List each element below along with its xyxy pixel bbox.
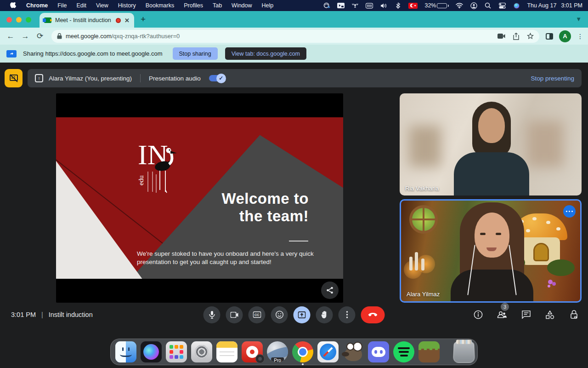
shared-presentation-slide[interactable]: IN edu Welcome to the team! We'r xyxy=(56,93,343,303)
bookmark-star-icon[interactable] xyxy=(527,33,534,40)
dock-notes-icon[interactable] xyxy=(216,341,237,362)
dock-chrome-icon[interactable] xyxy=(292,341,313,362)
meet-main-area: ↑ Alara Yilmaz (You, presenting) Present… xyxy=(0,63,588,368)
presenter-label: Alara Yilmaz (You, presenting) xyxy=(49,75,132,82)
tile-options-button[interactable] xyxy=(563,205,576,218)
present-now-button[interactable] xyxy=(294,306,311,323)
dock-minecraft-icon[interactable] xyxy=(418,341,440,362)
browser-menu-icon[interactable]: ⋮ xyxy=(577,33,583,40)
stop-presenting-button[interactable]: Stop presenting xyxy=(531,75,574,82)
reactions-button[interactable] xyxy=(271,306,288,323)
profile-avatar[interactable]: A xyxy=(559,30,571,42)
dock-finder-icon[interactable] xyxy=(115,341,136,362)
volume-icon[interactable] xyxy=(380,2,387,9)
new-tab-button[interactable]: + xyxy=(141,16,146,23)
menu-profiles[interactable]: Profiles xyxy=(184,2,203,9)
participants-count-badge: 3 xyxy=(501,303,509,311)
menu-edit[interactable]: Edit xyxy=(76,2,86,9)
reload-button[interactable]: ⟳ xyxy=(34,31,46,41)
captions-button[interactable]: CC xyxy=(249,306,266,323)
chrome-tab-strip: Meet - Instilt induction ✕ + ▼ xyxy=(0,11,588,28)
battery-icon xyxy=(437,3,447,8)
dock-spotify-icon[interactable] xyxy=(393,341,414,362)
keyboard-viewer-icon[interactable] xyxy=(366,2,373,9)
spotlight-search-icon[interactable] xyxy=(484,2,492,9)
dock-gimp-icon[interactable] xyxy=(343,341,364,362)
menu-history[interactable]: History xyxy=(118,2,136,9)
dock-photobooth-icon[interactable] xyxy=(242,341,263,362)
menu-window[interactable]: Window xyxy=(232,2,252,9)
microphone-button[interactable] xyxy=(204,306,220,323)
raise-hand-button[interactable] xyxy=(316,306,333,323)
apple-logo-icon[interactable] xyxy=(9,2,17,9)
present-screen-icon: ↑ xyxy=(35,74,43,82)
presentation-audio-toggle[interactable]: ✓ xyxy=(209,75,225,81)
battery-indicator[interactable]: 32% xyxy=(424,2,449,9)
minimize-window-button[interactable] xyxy=(16,17,22,23)
activities-button[interactable] xyxy=(544,309,556,321)
menu-clock[interactable]: Thu Aug 17 3:01 PM xyxy=(527,2,582,9)
macos-menu-bar: Chrome File Edit View History Bookmarks … xyxy=(0,0,588,11)
active-tab[interactable]: Meet - Instilt induction ✕ xyxy=(40,13,134,28)
sharing-status-text: Sharing https://docs.google.com to meet.… xyxy=(23,50,163,57)
tab-search-chevron-icon[interactable]: ▼ xyxy=(576,16,582,23)
battery-percent-label: 32% xyxy=(424,2,436,9)
menu-help[interactable]: Help xyxy=(262,2,274,9)
end-call-button[interactable] xyxy=(361,306,385,323)
lock-icon[interactable] xyxy=(57,33,62,39)
tab-title: Meet - Instilt induction xyxy=(55,17,112,23)
forward-button[interactable]: → xyxy=(19,32,31,41)
camera-overlay-icon xyxy=(255,354,265,363)
input-language-flag-tr-icon[interactable]: ★ xyxy=(408,3,418,9)
wifi-icon[interactable] xyxy=(456,2,463,9)
earth-pro-label: Pro xyxy=(271,357,284,362)
camera-button[interactable] xyxy=(226,306,243,323)
slide-share-button[interactable] xyxy=(321,282,339,299)
address-bar[interactable]: meet.google.com/qxq-znqa-rtk?authuser=0 xyxy=(51,30,539,43)
presenting-thumbnail-badge[interactable] xyxy=(5,69,23,87)
drone-icon[interactable] xyxy=(351,2,359,9)
menu-app-name[interactable]: Chrome xyxy=(26,2,48,9)
screen-share-icon xyxy=(6,50,17,58)
menu-file[interactable]: File xyxy=(57,2,67,9)
share-page-icon[interactable] xyxy=(513,33,519,40)
dock-siri-icon[interactable] xyxy=(141,341,162,362)
participant-name-label: Alara Yilmaz xyxy=(407,291,440,298)
screen-mirroring-icon[interactable] xyxy=(323,2,330,9)
more-options-button[interactable] xyxy=(339,306,356,323)
dock-discord-icon[interactable] xyxy=(368,341,389,362)
siri-icon[interactable] xyxy=(513,2,520,9)
stop-sharing-button[interactable]: Stop sharing xyxy=(173,47,218,60)
meeting-name: Instilt induction xyxy=(49,311,93,318)
host-controls-button[interactable] xyxy=(568,309,580,321)
dock-launchpad-icon[interactable] xyxy=(166,341,187,362)
pip-media-icon[interactable] xyxy=(337,2,345,9)
view-tab-button[interactable]: View tab: docs.google.com xyxy=(225,47,306,60)
user-account-icon[interactable] xyxy=(470,2,477,9)
zoom-window-button[interactable] xyxy=(26,17,31,23)
video-tile-alara[interactable]: Alara Yilmaz xyxy=(400,199,582,303)
bluetooth-icon[interactable] xyxy=(394,2,401,9)
control-center-icon[interactable] xyxy=(498,2,506,9)
camera-permission-icon[interactable] xyxy=(498,34,505,39)
dock-settings-icon[interactable] xyxy=(191,341,212,362)
tab-close-icon[interactable]: ✕ xyxy=(124,17,130,24)
chat-button[interactable] xyxy=(520,309,532,321)
side-panel-icon[interactable] xyxy=(546,33,553,40)
menu-bookmarks[interactable]: Bookmarks xyxy=(146,2,175,9)
dock-safari-icon[interactable] xyxy=(317,341,339,362)
close-window-button[interactable] xyxy=(6,17,12,23)
toggle-check-icon: ✓ xyxy=(216,74,226,83)
participants-button[interactable]: 3 xyxy=(496,309,508,321)
back-button[interactable]: ← xyxy=(5,32,17,41)
participant-name-label: Ria Vakharia xyxy=(405,185,439,192)
slide-divider xyxy=(289,241,308,242)
presenting-bar: ↑ Alara Yilmaz (You, presenting) Present… xyxy=(28,69,582,87)
meeting-details-button[interactable] xyxy=(472,309,484,321)
window-traffic-lights xyxy=(6,17,31,23)
menu-tab[interactable]: Tab xyxy=(213,2,222,9)
menu-view[interactable]: View xyxy=(96,2,108,9)
dock-trash-icon[interactable] xyxy=(453,342,475,363)
dock-google-earth-pro-icon[interactable]: Pro xyxy=(267,341,288,362)
video-tile-ria[interactable]: Ria Vakharia xyxy=(400,93,582,196)
